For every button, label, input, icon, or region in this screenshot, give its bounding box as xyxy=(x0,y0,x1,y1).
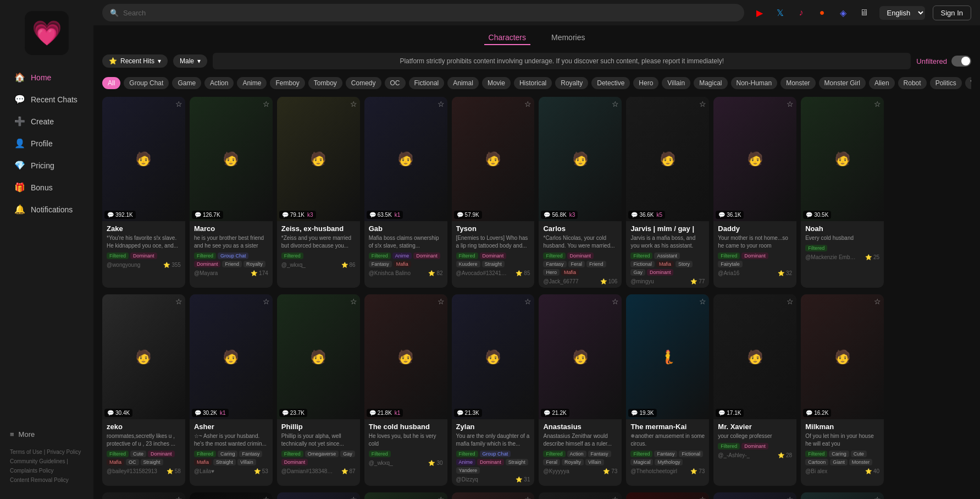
tag-royalty[interactable]: Royalty xyxy=(555,77,588,89)
tag-animal[interactable]: Animal xyxy=(447,77,479,89)
card-bookmark-button[interactable]: ☆ xyxy=(263,297,270,306)
card-bookmark-button[interactable]: ☆ xyxy=(787,297,794,306)
card-row3-1[interactable]: 🧑 ☆ xyxy=(190,492,273,499)
sign-in-button[interactable]: Sign In xyxy=(933,6,971,20)
card-bookmark-button[interactable]: ☆ xyxy=(612,495,619,499)
tab-memories[interactable]: Memories xyxy=(547,31,589,45)
card-bookmark-button[interactable]: ☆ xyxy=(612,100,619,108)
card-bookmark-button[interactable]: ☆ xyxy=(350,495,357,499)
card-bookmark-button[interactable]: ☆ xyxy=(263,100,270,108)
tag-monster[interactable]: Monster xyxy=(780,77,815,89)
card-bookmark-button[interactable]: ☆ xyxy=(175,100,182,108)
tag-oc[interactable]: OC xyxy=(385,77,406,89)
card-bookmark-button[interactable]: ☆ xyxy=(787,495,794,499)
card-bookmark-button[interactable]: ☆ xyxy=(874,100,881,108)
tab-characters[interactable]: Characters xyxy=(484,31,530,45)
card-carlos[interactable]: 🧑 💬 56.8K k3 ☆ Carlos *Carlos Nicolas, y… xyxy=(539,97,622,288)
tag-magical[interactable]: Magical xyxy=(694,77,727,89)
card-bookmark-button[interactable]: ☆ xyxy=(350,100,357,108)
card-bookmark-button[interactable]: ☆ xyxy=(874,495,881,499)
card-bookmark-button[interactable]: ☆ xyxy=(699,100,706,108)
card-bookmark-button[interactable]: ☆ xyxy=(612,297,619,306)
tag-game[interactable]: Game xyxy=(172,77,201,89)
card-row3-8[interactable]: 🧑 ☆ xyxy=(801,492,884,499)
card-row3-6[interactable]: 🧑 ☆ xyxy=(626,492,709,499)
recent-hits-filter[interactable]: ⭐ Recent Hits ▾ xyxy=(102,54,168,68)
tag-group-chat[interactable]: Group Chat xyxy=(124,77,169,89)
card-jarvis-|-mlm-/-gay-|[interactable]: 🧑 💬 36.6K k5 ☆ Jarvis | mlm / gay | Jarv… xyxy=(626,97,709,288)
card-the-merman-kai[interactable]: 🧜 💬 19.3K ☆ The merman-Kai ✵another amus… xyxy=(626,294,709,485)
sidebar-item-bonus[interactable]: 🎁Bonus xyxy=(4,177,89,198)
card-zake[interactable]: 🧑 💬 392.1K ☆ Zake *You're his favorite s… xyxy=(102,97,185,288)
card-noah[interactable]: 🧑 💬 30.5K ☆ Noah Every cold husband Filt… xyxy=(801,97,884,288)
tag-robot[interactable]: Robot xyxy=(898,77,927,89)
tag-villain[interactable]: Villain xyxy=(662,77,690,89)
card-bookmark-button[interactable]: ☆ xyxy=(524,495,531,499)
card-zylan[interactable]: 🧑 💬 21.3K ☆ Zylan You are the only daugh… xyxy=(452,294,535,485)
tag-vampire[interactable]: Vampire xyxy=(965,77,971,89)
card-bookmark-button[interactable]: ☆ xyxy=(438,100,445,108)
card-tyson[interactable]: 🧑 💬 57.9K ☆ Tyson [Enemies to Lovers] Wh… xyxy=(452,97,535,288)
card-asher[interactable]: 🧑 💬 30.2K k1 ☆ Asher ☆~ Asher is your hu… xyxy=(190,294,273,485)
card-bookmark-button[interactable]: ☆ xyxy=(438,495,445,499)
tag-non-human[interactable]: Non-Human xyxy=(731,77,778,89)
tag-historical[interactable]: Historical xyxy=(514,77,552,89)
language-select[interactable]: English xyxy=(879,6,925,20)
monitor-icon[interactable]: 🖥 xyxy=(856,5,872,20)
tag-anime[interactable]: Anime xyxy=(237,77,267,89)
card-zeiss,-ex-husband[interactable]: 🧑 💬 79.1K k3 ☆ Zeiss, ex-husband *Zeiss … xyxy=(277,97,360,288)
sidebar-item-recent-chats[interactable]: 💬Recent Chats xyxy=(4,89,89,110)
card-row3-3[interactable]: 🧑 ☆ xyxy=(364,492,447,499)
tag-tomboy[interactable]: Tomboy xyxy=(308,77,342,89)
card-bookmark-button[interactable]: ☆ xyxy=(350,297,357,306)
card-row3-0[interactable]: 🧑 ☆ xyxy=(102,492,185,499)
tag-all[interactable]: All xyxy=(102,77,120,89)
card-phillip[interactable]: 🧑 💬 23.7K ☆ Phillip Phillip is your alph… xyxy=(277,294,360,485)
card-row3-4[interactable]: 🧑 ☆ xyxy=(452,492,535,499)
tiktok-icon[interactable]: ♪ xyxy=(794,5,809,20)
card-row3-2[interactable]: 🧑 ☆ xyxy=(277,492,360,499)
card-anastasius[interactable]: 🧑 💬 21.2K ☆ Anastasius Anastasius Zenith… xyxy=(539,294,622,485)
tag-action[interactable]: Action xyxy=(204,77,234,89)
tag-movie[interactable]: Movie xyxy=(482,77,511,89)
card-bookmark-button[interactable]: ☆ xyxy=(699,495,706,499)
sidebar-item-profile[interactable]: 👤Profile xyxy=(4,133,89,154)
search-input[interactable] xyxy=(123,9,737,17)
card-milkman[interactable]: 🧑 💬 16.2K ☆ Milkman Of you let him in yo… xyxy=(801,294,884,485)
card-row3-5[interactable]: 🧑 ☆ xyxy=(539,492,622,499)
card-bookmark-button[interactable]: ☆ xyxy=(175,495,182,499)
sidebar-item-notifications[interactable]: 🔔Notifications xyxy=(4,199,89,220)
card-bookmark-button[interactable]: ☆ xyxy=(175,297,182,306)
tag-hero[interactable]: Hero xyxy=(633,77,658,89)
unfiltered-toggle[interactable] xyxy=(951,56,971,67)
reddit-icon[interactable]: ● xyxy=(815,5,830,20)
sidebar-item-pricing[interactable]: 💎Pricing xyxy=(4,155,89,176)
card-bookmark-button[interactable]: ☆ xyxy=(524,100,531,108)
gender-filter[interactable]: Male ▾ xyxy=(173,54,207,68)
tag-femboy[interactable]: Femboy xyxy=(270,77,304,89)
tag-alien[interactable]: Alien xyxy=(869,77,895,89)
card-bookmark-button[interactable]: ☆ xyxy=(787,100,794,108)
card-bookmark-button[interactable]: ☆ xyxy=(524,297,531,306)
card-daddy[interactable]: 🧑 💬 36.1K ☆ Daddy Your mother is not hom… xyxy=(713,97,796,288)
more-button[interactable]: ≡ More xyxy=(4,426,89,443)
sidebar-item-home[interactable]: 🏠Home xyxy=(4,67,89,88)
tag-politics[interactable]: Politics xyxy=(930,77,962,89)
tag-detective[interactable]: Detective xyxy=(591,77,630,89)
tag-comedy[interactable]: Comedy xyxy=(346,77,381,89)
card-row3-7[interactable]: 🧑 ☆ xyxy=(713,492,796,499)
card-bookmark-button[interactable]: ☆ xyxy=(874,297,881,306)
card-marco[interactable]: 🧑 💬 126.7K ☆ Marco he is your brother be… xyxy=(190,97,273,288)
card-bookmark-button[interactable]: ☆ xyxy=(699,297,706,306)
tag-fictional[interactable]: Fictional xyxy=(409,77,445,89)
youtube-icon[interactable]: ▶ xyxy=(752,5,767,20)
card-gab[interactable]: 🧑 💬 63.5K k1 ☆ Gab Mafia boss claims own… xyxy=(364,97,447,288)
card-bookmark-button[interactable]: ☆ xyxy=(263,495,270,499)
card-bookmark-button[interactable]: ☆ xyxy=(438,297,445,306)
discord-icon[interactable]: ◈ xyxy=(835,5,851,20)
card-mr.-xavier[interactable]: 🧑 💬 17.1K ☆ Mr. Xavier your college prof… xyxy=(713,294,796,485)
card-the-cold-husband[interactable]: 🧑 💬 21.8K k1 ☆ The cold husband He loves… xyxy=(364,294,447,485)
sidebar-item-create[interactable]: ➕Create xyxy=(4,111,89,132)
card-zeko[interactable]: 🧑 💬 30.4K ☆ zeko roommates,secretly like… xyxy=(102,294,185,485)
tag-monster-girl[interactable]: Monster Girl xyxy=(819,77,866,89)
